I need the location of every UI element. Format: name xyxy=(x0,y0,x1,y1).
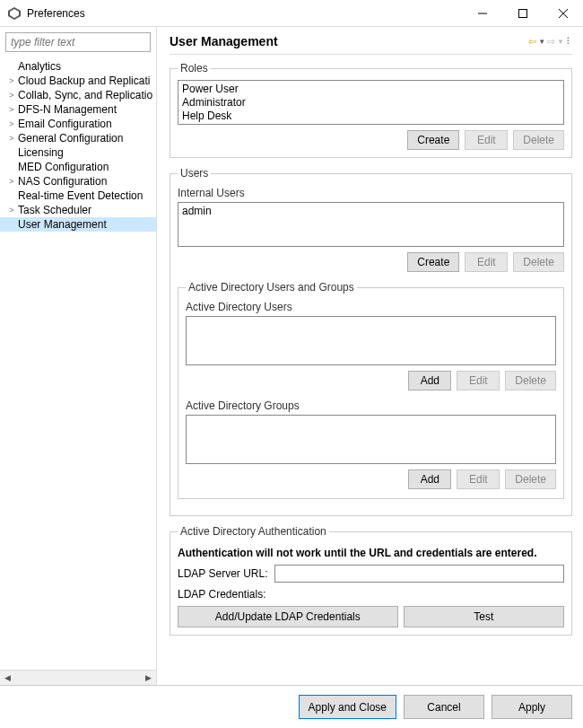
ad-users-add-button[interactable]: Add xyxy=(408,371,451,390)
roles-group: Roles Power UserAdministratorHelp Desk C… xyxy=(170,62,572,158)
list-item[interactable]: Administrator xyxy=(182,96,560,110)
roles-delete-button[interactable]: Delete xyxy=(513,130,564,150)
list-item[interactable]: admin xyxy=(182,205,560,218)
minimize-button[interactable] xyxy=(462,0,502,27)
ldap-url-input[interactable] xyxy=(274,565,564,583)
tree-item-label: User Management xyxy=(18,218,107,231)
apply-close-button[interactable]: Apply and Close xyxy=(299,695,396,719)
close-button[interactable] xyxy=(543,0,583,27)
apply-button[interactable]: Apply xyxy=(492,695,572,719)
ad-auth-group: Active Directory Authentication Authenti… xyxy=(170,525,572,636)
tree-item-label: Cloud Backup and Replicati xyxy=(18,75,150,87)
tree-item[interactable]: >Cloud Backup and Replicati xyxy=(0,74,156,88)
tree-item[interactable]: >Email Configuration xyxy=(0,117,156,131)
ldap-test-button[interactable]: Test xyxy=(404,606,564,627)
window-title: Preferences xyxy=(27,7,462,20)
view-menu-icon[interactable]: ⠇ xyxy=(566,36,572,48)
tree-item-label: Real-time Event Detection xyxy=(18,189,143,202)
ad-groups-listbox[interactable] xyxy=(186,415,556,464)
filter-input[interactable] xyxy=(5,32,151,52)
internal-users-listbox[interactable]: admin xyxy=(178,202,564,247)
cancel-button[interactable]: Cancel xyxy=(404,695,484,719)
ad-groups-label: Active Directory Groups xyxy=(186,399,556,412)
tree-item[interactable]: >NAS Configuration xyxy=(0,174,156,189)
tree-item[interactable]: Licensing xyxy=(0,145,156,160)
ldap-add-update-button[interactable]: Add/Update LDAP Credentials xyxy=(178,606,398,627)
tree-item-label: Email Configuration xyxy=(18,118,112,130)
back-menu-icon[interactable]: ▼ xyxy=(538,38,545,46)
horizontal-scrollbar[interactable]: ◀ ▶ xyxy=(0,670,156,685)
scroll-right-icon[interactable]: ▶ xyxy=(141,673,156,682)
tree-item-label: DFS-N Management xyxy=(18,103,117,116)
tree-item-label: MED Configuration xyxy=(18,161,109,173)
tree-item-label: Analytics xyxy=(18,60,61,73)
svg-rect-1 xyxy=(518,9,526,17)
expand-icon[interactable]: > xyxy=(5,177,18,186)
titlebar: Preferences xyxy=(0,0,583,27)
scroll-left-icon[interactable]: ◀ xyxy=(0,673,15,682)
tree-item-label: Licensing xyxy=(18,146,64,159)
internal-create-button[interactable]: Create xyxy=(407,252,459,272)
ad-users-delete-button[interactable]: Delete xyxy=(505,371,556,390)
preferences-tree[interactable]: Analytics>Cloud Backup and Replicati>Col… xyxy=(0,57,156,670)
forward-menu-icon[interactable]: ▼ xyxy=(557,38,564,46)
window-controls xyxy=(462,0,583,27)
tree-item[interactable]: >DFS-N Management xyxy=(0,102,156,117)
roles-listbox[interactable]: Power UserAdministratorHelp Desk xyxy=(178,80,564,125)
page-title: User Management xyxy=(170,34,528,48)
ldap-cred-label: LDAP Credentials: xyxy=(178,588,266,601)
tree-item-label: Task Scheduler xyxy=(18,204,91,216)
list-item[interactable]: Power User xyxy=(182,83,560,96)
tree-item[interactable]: Real-time Event Detection xyxy=(0,189,156,203)
internal-edit-button[interactable]: Edit xyxy=(465,252,508,272)
internal-users-label: Internal Users xyxy=(178,187,564,199)
ldap-url-label: LDAP Server URL: xyxy=(178,567,267,580)
back-icon[interactable]: ⇦ xyxy=(528,36,536,48)
app-icon xyxy=(7,6,22,21)
tree-item[interactable]: >Collab, Sync, and Replicatio xyxy=(0,88,156,102)
forward-icon[interactable]: ⇨ xyxy=(547,36,555,48)
tree-item[interactable]: >General Configuration xyxy=(0,131,156,145)
expand-icon[interactable]: > xyxy=(5,134,18,143)
maximize-button[interactable] xyxy=(502,0,543,27)
users-group: Users Internal Users admin Create Edit D… xyxy=(170,167,572,516)
tree-item[interactable]: User Management xyxy=(0,217,156,232)
ad-groups-add-button[interactable]: Add xyxy=(408,469,451,489)
expand-icon[interactable]: > xyxy=(5,206,18,215)
roles-create-button[interactable]: Create xyxy=(407,130,459,150)
list-item[interactable]: Help Desk xyxy=(182,110,560,123)
ad-users-listbox[interactable] xyxy=(186,316,556,365)
users-legend: Users xyxy=(178,167,211,180)
expand-icon[interactable]: > xyxy=(5,76,18,85)
ad-groups-delete-button[interactable]: Delete xyxy=(505,469,556,489)
ad-users-groups: Active Directory Users and Groups Active… xyxy=(178,281,564,499)
main-panel: User Management ⇦ ▼ ⇨ ▼ ⠇ Roles Power Us… xyxy=(157,27,583,685)
tree-item-label: NAS Configuration xyxy=(18,175,107,188)
ad-groups-edit-button[interactable]: Edit xyxy=(457,469,500,489)
auth-warning: Authentication will not work until the U… xyxy=(178,547,564,559)
tree-item-label: Collab, Sync, and Replicatio xyxy=(18,89,152,101)
ad-auth-legend: Active Directory Authentication xyxy=(178,525,329,538)
tree-item[interactable]: >Task Scheduler xyxy=(0,203,156,217)
expand-icon[interactable]: > xyxy=(5,105,18,114)
tree-item[interactable]: Analytics xyxy=(0,59,156,74)
roles-legend: Roles xyxy=(178,62,211,75)
ad-legend: Active Directory Users and Groups xyxy=(186,281,357,294)
tree-item[interactable]: MED Configuration xyxy=(0,160,156,174)
expand-icon[interactable]: > xyxy=(5,91,18,100)
internal-delete-button[interactable]: Delete xyxy=(513,252,564,272)
dialog-footer: Apply and Close Cancel Apply xyxy=(0,685,583,728)
ad-users-label: Active Directory Users xyxy=(186,301,556,313)
sidebar: Analytics>Cloud Backup and Replicati>Col… xyxy=(0,27,157,685)
ad-users-edit-button[interactable]: Edit xyxy=(457,371,500,390)
expand-icon[interactable]: > xyxy=(5,119,18,128)
tree-item-label: General Configuration xyxy=(18,132,123,145)
roles-edit-button[interactable]: Edit xyxy=(465,130,508,150)
